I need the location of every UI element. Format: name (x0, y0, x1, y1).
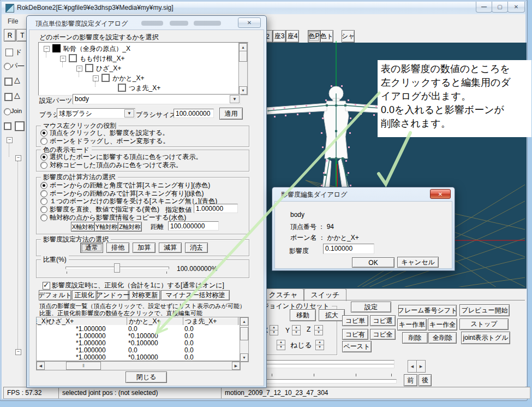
table-row[interactable]: *1.0000000.00.0 (37, 325, 240, 332)
edit-dialog-close-button[interactable]: ✕ (430, 189, 451, 199)
cell-hiza[interactable]: *1.000000 (76, 346, 106, 354)
left-panel-radio[interactable] (4, 63, 11, 70)
sym-update-button[interactable]: 対称更新 (129, 290, 160, 300)
chevron-down-icon[interactable]: ▼ (124, 109, 134, 117)
paste-button[interactable]: ペースト (342, 341, 372, 352)
twist-spinner-left[interactable]: ▲▼ (277, 340, 284, 349)
stop-button[interactable]: ストップ (459, 318, 509, 330)
tree-expander-icon[interactable]: − (15, 349, 21, 355)
distance-field[interactable]: 100.000000 (168, 221, 219, 231)
calc-opt2-radio[interactable] (40, 190, 47, 197)
bone-checkbox[interactable] (85, 64, 93, 72)
left-panel-checkbox[interactable] (5, 49, 13, 56)
table-vscrollbar[interactable]: ▲ ▼ (240, 317, 249, 362)
tree-item-label[interactable]: ひざ_X+ (96, 64, 121, 72)
table-row[interactable]: *1.000000*0.1000000.0 (37, 332, 240, 339)
frame-prev-arrow[interactable]: ◀ (408, 360, 417, 373)
sym-z-button[interactable]: Z軸対称 (118, 222, 142, 232)
scroll-thumb[interactable] (239, 51, 247, 62)
scroll-up-icon[interactable]: ▲ (240, 317, 248, 326)
ok-button[interactable]: OK (352, 257, 394, 268)
calc-opt3-label[interactable]: １つのボーンだけの影響を受ける[スキニング無し](青色) (50, 197, 217, 205)
settei-button[interactable]: 設定 (351, 302, 391, 312)
method-normal-button[interactable]: 通常 (80, 243, 103, 253)
minimize-button[interactable]: — (476, 2, 492, 13)
tree-item-label[interactable]: つま先_X+ (129, 84, 160, 92)
delete-all-button[interactable]: 全削除 (428, 332, 457, 344)
frame-next-arrow[interactable]: ▶ (416, 360, 426, 373)
default-button[interactable]: デフォルト (39, 290, 71, 300)
spin-down-icon[interactable]: ▼ (314, 330, 323, 335)
brush-size-field[interactable]: 100.000000 (174, 109, 214, 118)
joint-radio[interactable] (4, 108, 11, 115)
table-header[interactable]: かかと_X+ (129, 317, 161, 325)
menu-file[interactable]: File (8, 17, 18, 25)
color-opt1-radio[interactable] (40, 154, 47, 161)
copy-sel-button[interactable]: コピ選 (370, 315, 396, 326)
mouse-opt2-radio[interactable] (40, 138, 47, 145)
frame-shift-button[interactable]: フレーム番号シフト (398, 305, 457, 316)
copy-all-button[interactable]: コピ全 (370, 329, 396, 340)
table-row[interactable]: *1.000000*0.1000000.0 (37, 339, 240, 346)
tree-expander-icon[interactable]: − (15, 155, 21, 161)
copy-yu-button[interactable]: コピ有 (342, 329, 368, 340)
normalize-button[interactable]: 正規化 (72, 290, 97, 300)
tree-expander-icon[interactable]: − (93, 75, 99, 81)
cell-kakato[interactable]: 0.0 (128, 325, 138, 333)
tab-switch[interactable]: スイッチ (304, 288, 346, 301)
close-button[interactable]: ✕ (507, 2, 525, 13)
calc-opt4-label[interactable]: 影響度を直接、数値で指定する(黄色) (50, 205, 159, 213)
copy-tan-button[interactable]: コピ単 (342, 315, 368, 326)
color-opt1-label[interactable]: 選択したボーンに影響する頂点に色をつけて表示。 (50, 153, 202, 161)
square-tool-icon[interactable] (15, 121, 25, 131)
sym-y-button[interactable]: Y軸対称 (94, 222, 118, 232)
method-exclusive-button[interactable]: 排他 (106, 243, 129, 253)
key-tan-button[interactable]: キー作単 (397, 318, 427, 331)
tree-expander-icon[interactable]: − (44, 46, 50, 52)
table-header[interactable]: つま先_X+ (185, 317, 217, 325)
maximize-button[interactable]: ▢ (492, 2, 508, 13)
axis-y-spinner[interactable]: ▲▼ (292, 325, 300, 334)
cell-kakato[interactable]: *0.100000 (128, 332, 158, 340)
scroll-left-icon[interactable]: ◀ (37, 362, 45, 370)
spec-value-field[interactable]: 1.000000 (194, 204, 238, 213)
calc-opt1-label[interactable]: ボーンからの距離と角度で計算[スキニング有り](赤色) (50, 181, 210, 189)
window-titlebar[interactable]: RokDeBone2[E:¥pgfile9¥e3dhsp3¥Media¥my¥m… (2, 2, 525, 15)
scroll-down-icon[interactable]: ▼ (240, 353, 248, 362)
scroll-thumb[interactable] (240, 327, 248, 340)
scroll-up-icon[interactable]: ▲ (239, 43, 247, 51)
joint-toggle-button[interactable]: joint表示トグル (461, 332, 510, 344)
cell-tsumasaki[interactable]: 0.0 (184, 353, 194, 361)
cell-tsumasaki[interactable]: 0.0 (184, 332, 194, 340)
tree-expander-icon[interactable]: − (7, 137, 13, 143)
cell-hiza[interactable]: *1.000000 (76, 339, 106, 347)
bone-checkbox[interactable] (118, 84, 126, 92)
square-tool-icon[interactable] (4, 122, 11, 130)
color-opt2-label[interactable]: 対称コピーした頂点のみに色をつけて表示。 (50, 161, 182, 169)
calc-opt5-radio[interactable] (40, 214, 47, 221)
cell-hiza[interactable]: *1.000000 (76, 325, 106, 333)
cell-tsumasaki[interactable]: 0.0 (184, 325, 194, 333)
table-row[interactable]: *1.0000000.00.0 (37, 346, 240, 353)
apply-button[interactable]: 適用 (219, 108, 243, 120)
weight-slider-thumb[interactable] (114, 263, 120, 273)
tab-texture[interactable]: クスチャ (262, 288, 304, 301)
tree-expander-icon[interactable]: − (60, 56, 66, 62)
triangle-tool-icon[interactable]: △ (14, 91, 20, 99)
calc-opt4-radio[interactable] (40, 206, 47, 213)
scroll-right-icon[interactable]: ▶ (232, 362, 240, 370)
sym-x-button[interactable]: X軸対称 (71, 222, 95, 232)
cancel-button[interactable]: キャンセル (397, 257, 439, 268)
scale-button[interactable]: 拡大 (319, 309, 345, 321)
normalize-checkbox[interactable] (43, 282, 50, 290)
tree-item-label[interactable]: かかと_X+ (112, 74, 145, 82)
method-erase-button[interactable]: 消去 (185, 243, 208, 253)
calc-opt1-radio[interactable] (40, 182, 47, 189)
brush-combo[interactable]: 球形ブラシ▼ (57, 108, 135, 119)
axis-x-spinner[interactable]: ▲▼ (270, 325, 277, 334)
table-header[interactable]: ひざ_X+ (49, 317, 74, 325)
edit-weight-field[interactable]: 0.100000 (323, 244, 374, 254)
prev-button[interactable]: 前 (404, 374, 417, 386)
cell-tsumasaki[interactable]: 0.0 (184, 346, 194, 354)
triangle-tool-icon[interactable]: △ (14, 76, 20, 84)
